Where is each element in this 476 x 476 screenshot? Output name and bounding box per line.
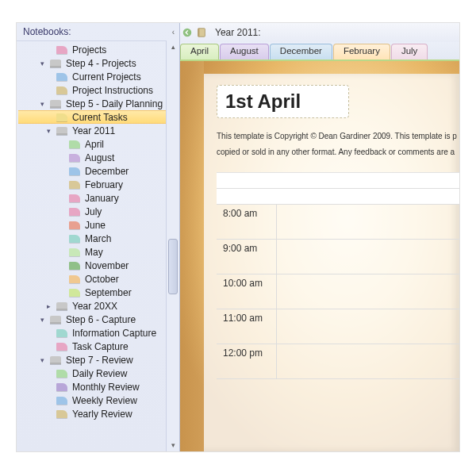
tree-item[interactable]: September [18,286,179,299]
chevron-down-icon[interactable]: ▾ [40,60,50,67]
tree-item[interactable]: November [18,259,179,272]
time-label: 11:00 am [217,309,276,344]
tree-item[interactable]: Daily Review [18,367,179,380]
breadcrumb-bar: Year 2011: [180,23,459,42]
tree-item-label: June [85,220,106,231]
section-tab[interactable]: April [180,44,219,60]
time-slot[interactable] [277,274,459,309]
tree-group[interactable]: ▾Step 6 - Capture [18,313,179,326]
tree-item-label: July [85,206,102,217]
ruled-area [217,172,459,205]
notebook-icon[interactable] [196,27,207,38]
chevron-down-icon[interactable]: ▾ [47,127,56,135]
tree-item[interactable]: Project Instructions [18,83,179,97]
tree-group[interactable]: ▾Step 5 - Daily Planning [18,97,179,110]
main-area: Year 2011: AprilAugustDecemberFebruaryJu… [180,23,459,451]
tree-item-label: Step 4 - Projects [66,58,136,69]
section-tab-icon [56,46,67,54]
tree-item[interactable]: April [18,137,179,151]
sidebar-title: Notebooks: [23,26,71,37]
section-tab[interactable]: August [220,44,269,60]
section-tab-icon [69,235,80,243]
tree-item[interactable]: Current Projects [18,70,179,83]
section-tab-icon [69,289,80,297]
tree-item-label: Yearly Review [72,409,132,420]
page-content[interactable]: 1st April This template is Copyright © D… [204,74,459,451]
section-tab-icon [56,113,67,121]
section-tab-icon [69,221,80,229]
section-tab-icon [69,275,80,283]
time-label: 8:00 am [217,205,276,240]
scroll-down-icon[interactable]: ▾ [167,439,179,451]
time-slot[interactable] [277,240,459,274]
tree-group[interactable]: ▾Step 4 - Projects [18,56,179,70]
tree-item[interactable]: August [18,151,179,164]
time-slot[interactable] [277,344,459,379]
breadcrumb-item[interactable]: Year 2011: [210,26,266,39]
tree-item-label: Step 7 - Review [66,355,133,366]
tree-item-label: September [85,287,132,298]
notebook-group-icon [50,356,61,364]
tree-item[interactable]: July [18,205,179,218]
tree-item[interactable]: March [18,232,179,245]
tree-item-label: Year 20XX [72,301,117,312]
scroll-up-icon[interactable]: ▴ [167,40,179,53]
blank-line[interactable] [217,173,459,189]
back-nav-icon[interactable] [182,27,193,38]
notebooks-sidebar: Notebooks: ‹ Projects▾Step 4 - ProjectsC… [17,23,180,451]
tree-item[interactable]: February [18,178,179,191]
time-label: 12:00 pm [217,344,276,379]
tree-item[interactable]: Weekly Review [18,393,179,407]
tree-group[interactable]: ▸Year 20XX [18,299,179,313]
sidebar-header: Notebooks: ‹ [17,23,179,41]
page-title[interactable]: 1st April [225,90,301,113]
tree-item-label: Step 5 - Daily Planning [66,98,163,109]
tree-item-label: Current Projects [72,71,141,83]
tree-item[interactable]: Information Capture [18,326,179,340]
scrollbar-thumb[interactable] [168,239,178,294]
section-tab-icon [56,397,67,405]
tree-item-label: Information Capture [72,328,156,339]
chevron-down-icon[interactable]: ▾ [40,356,50,364]
sidebar-scrollbar[interactable]: ▴ ▾ [166,40,179,451]
time-labels-column: 8:00 am9:00 am10:00 am11:00 am12:00 pm [217,205,277,379]
chevron-down-icon[interactable]: ▾ [40,100,50,108]
section-tab-icon [69,181,80,189]
tree-item[interactable]: Curent Tasks [18,110,179,124]
page-title-container[interactable]: 1st April [217,85,349,118]
tree-item-label: November [85,260,129,271]
tree-item-label: Step 6 - Capture [66,314,136,325]
notebook-group-icon [50,60,61,67]
tree-item[interactable]: Yearly Review [18,407,179,420]
chevron-down-icon[interactable]: ▾ [40,316,50,324]
tree-group[interactable]: ▾Step 7 - Review [18,353,179,367]
tree-group[interactable]: ▾Year 2011 [18,124,179,137]
tree-item[interactable]: January [18,191,179,205]
notebook-tree[interactable]: Projects▾Step 4 - ProjectsCurrent Projec… [17,41,179,451]
tree-item[interactable]: June [18,218,179,232]
section-tab-icon [69,194,80,202]
time-slot[interactable] [277,309,459,344]
section-tab[interactable]: February [333,44,390,60]
tree-item-label: January [85,193,119,204]
section-tab-icon [69,167,80,175]
sidebar-collapse-icon[interactable]: ‹ [172,28,175,36]
tree-item[interactable]: Monthly Review [18,380,179,393]
section-tab[interactable]: December [270,44,332,60]
tree-item[interactable]: Projects [18,43,179,56]
tree-item[interactable]: May [18,245,179,259]
notebook-group-icon [56,127,67,135]
chevron-right-icon[interactable]: ▸ [47,302,56,310]
section-tab[interactable]: July [391,44,428,60]
time-slot[interactable] [277,205,459,240]
tree-item[interactable]: October [18,272,179,286]
section-tab-icon [56,410,67,418]
tree-item[interactable]: Task Capture [18,340,179,353]
tree-item-label: Project Instructions [72,85,153,96]
blank-line[interactable] [217,189,459,205]
tree-item[interactable]: December [18,164,179,178]
time-slots-column[interactable] [277,205,459,379]
notebook-group-icon [50,100,61,108]
time-grid: 8:00 am9:00 am10:00 am11:00 am12:00 pm [217,205,459,379]
svg-rect-2 [198,29,200,37]
